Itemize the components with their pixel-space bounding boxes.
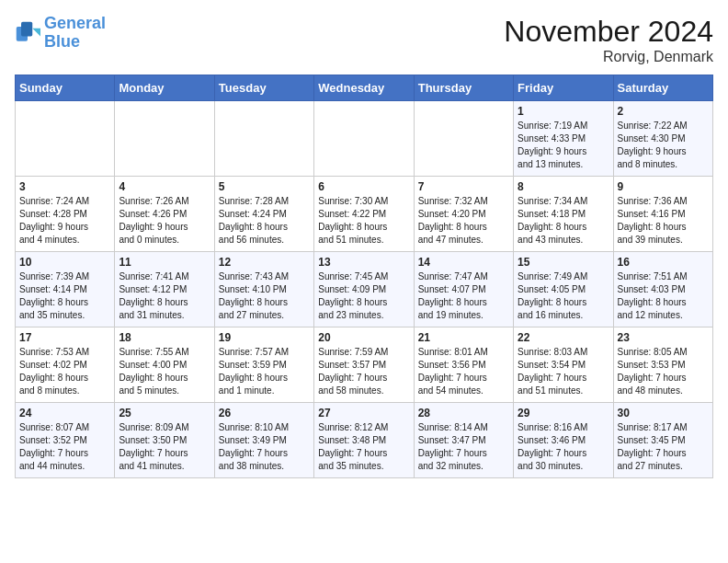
calendar-cell [115,101,214,177]
day-info: Sunrise: 8:10 AM Sunset: 3:49 PM Dayligh… [219,421,310,473]
day-info: Sunrise: 7:24 AM Sunset: 4:28 PM Dayligh… [19,195,110,247]
day-info: Sunrise: 8:16 AM Sunset: 3:46 PM Dayligh… [518,421,609,473]
calendar-week-4: 17Sunrise: 7:53 AM Sunset: 4:02 PM Dayli… [16,327,713,403]
calendar-cell: 8Sunrise: 7:34 AM Sunset: 4:18 PM Daylig… [514,177,613,252]
calendar-cell: 7Sunrise: 7:32 AM Sunset: 4:20 PM Daylig… [414,177,513,252]
day-info: Sunrise: 7:28 AM Sunset: 4:24 PM Dayligh… [219,195,310,247]
day-info: Sunrise: 7:32 AM Sunset: 4:20 PM Dayligh… [418,195,509,247]
calendar-cell: 19Sunrise: 7:57 AM Sunset: 3:59 PM Dayli… [214,327,313,403]
day-info: Sunrise: 7:22 AM Sunset: 4:30 PM Dayligh… [618,120,709,171]
weekday-header-tuesday: Tuesday [214,75,313,101]
calendar-week-3: 10Sunrise: 7:39 AM Sunset: 4:14 PM Dayli… [16,252,713,327]
calendar-cell: 14Sunrise: 7:47 AM Sunset: 4:07 PM Dayli… [414,252,513,327]
day-number: 13 [318,256,409,269]
svg-rect-1 [21,22,32,37]
weekday-header-thursday: Thursday [414,75,513,101]
day-number: 8 [518,180,609,193]
calendar-cell: 15Sunrise: 7:49 AM Sunset: 4:05 PM Dayli… [514,252,613,327]
day-number: 24 [19,407,110,419]
calendar-cell [16,101,115,177]
day-info: Sunrise: 7:41 AM Sunset: 4:12 PM Dayligh… [119,270,210,322]
day-number: 2 [618,105,709,118]
day-number: 29 [518,407,609,419]
calendar-cell: 17Sunrise: 7:53 AM Sunset: 4:02 PM Dayli… [16,327,115,403]
logo-text-line2: Blue [44,33,106,52]
calendar-week-1: 1Sunrise: 7:19 AM Sunset: 4:33 PM Daylig… [16,101,713,177]
calendar-cell: 6Sunrise: 7:30 AM Sunset: 4:22 PM Daylig… [314,177,414,252]
day-info: Sunrise: 8:12 AM Sunset: 3:48 PM Dayligh… [318,421,409,473]
calendar-cell: 22Sunrise: 8:03 AM Sunset: 3:54 PM Dayli… [514,327,613,403]
logo-text-line1: General [44,15,106,33]
day-number: 11 [119,256,210,269]
location: Rorvig, Denmark [504,49,713,65]
calendar-cell: 9Sunrise: 7:36 AM Sunset: 4:16 PM Daylig… [613,177,712,252]
month-title: November 2024 [504,15,713,49]
day-info: Sunrise: 7:49 AM Sunset: 4:05 PM Dayligh… [518,270,609,322]
day-number: 6 [318,180,409,193]
day-info: Sunrise: 7:36 AM Sunset: 4:16 PM Dayligh… [618,195,709,247]
day-info: Sunrise: 7:19 AM Sunset: 4:33 PM Dayligh… [518,120,609,171]
calendar-week-2: 3Sunrise: 7:24 AM Sunset: 4:28 PM Daylig… [16,177,713,252]
calendar-table: SundayMondayTuesdayWednesdayThursdayFrid… [15,75,713,478]
day-info: Sunrise: 7:39 AM Sunset: 4:14 PM Dayligh… [19,270,110,322]
day-number: 15 [518,256,609,269]
day-number: 20 [318,331,409,344]
day-number: 28 [418,407,509,419]
calendar-cell: 2Sunrise: 7:22 AM Sunset: 4:30 PM Daylig… [613,101,712,177]
day-info: Sunrise: 7:55 AM Sunset: 4:00 PM Dayligh… [119,346,210,397]
day-number: 10 [19,256,110,269]
weekday-header-friday: Friday [514,75,613,101]
day-number: 16 [618,256,709,269]
calendar-cell [414,101,513,177]
calendar-cell: 13Sunrise: 7:45 AM Sunset: 4:09 PM Dayli… [314,252,414,327]
day-number: 30 [618,407,709,419]
day-info: Sunrise: 8:03 AM Sunset: 3:54 PM Dayligh… [518,346,609,397]
calendar-cell: 27Sunrise: 8:12 AM Sunset: 3:48 PM Dayli… [314,403,414,478]
calendar-cell: 16Sunrise: 7:51 AM Sunset: 4:03 PM Dayli… [613,252,712,327]
day-number: 26 [219,407,310,419]
day-number: 27 [318,407,409,419]
day-info: Sunrise: 7:57 AM Sunset: 3:59 PM Dayligh… [219,346,310,397]
day-info: Sunrise: 8:05 AM Sunset: 3:53 PM Dayligh… [618,346,709,397]
logo: General Blue [15,15,106,52]
day-number: 7 [418,180,509,193]
day-info: Sunrise: 8:01 AM Sunset: 3:56 PM Dayligh… [418,346,509,397]
calendar-week-5: 24Sunrise: 8:07 AM Sunset: 3:52 PM Dayli… [16,403,713,478]
calendar-cell: 4Sunrise: 7:26 AM Sunset: 4:26 PM Daylig… [115,177,214,252]
day-info: Sunrise: 7:43 AM Sunset: 4:10 PM Dayligh… [219,270,310,322]
day-info: Sunrise: 8:07 AM Sunset: 3:52 PM Dayligh… [19,421,110,473]
calendar-cell: 23Sunrise: 8:05 AM Sunset: 3:53 PM Dayli… [613,327,712,403]
calendar-cell: 28Sunrise: 8:14 AM Sunset: 3:47 PM Dayli… [414,403,513,478]
title-block: November 2024 Rorvig, Denmark [504,15,713,65]
day-number: 3 [19,180,110,193]
day-info: Sunrise: 7:51 AM Sunset: 4:03 PM Dayligh… [618,270,709,322]
day-number: 9 [618,180,709,193]
day-number: 14 [418,256,509,269]
day-number: 21 [418,331,509,344]
day-info: Sunrise: 7:26 AM Sunset: 4:26 PM Dayligh… [119,195,210,247]
calendar-cell [314,101,414,177]
day-info: Sunrise: 8:09 AM Sunset: 3:50 PM Dayligh… [119,421,210,473]
weekday-header-monday: Monday [115,75,214,101]
day-number: 22 [518,331,609,344]
day-number: 25 [119,407,210,419]
calendar-cell: 3Sunrise: 7:24 AM Sunset: 4:28 PM Daylig… [16,177,115,252]
calendar-cell: 29Sunrise: 8:16 AM Sunset: 3:46 PM Dayli… [514,403,613,478]
weekday-header-sunday: Sunday [16,75,115,101]
calendar-cell: 11Sunrise: 7:41 AM Sunset: 4:12 PM Dayli… [115,252,214,327]
day-number: 12 [219,256,310,269]
day-number: 23 [618,331,709,344]
day-info: Sunrise: 7:59 AM Sunset: 3:57 PM Dayligh… [318,346,409,397]
day-number: 1 [518,105,609,118]
calendar-cell [214,101,313,177]
calendar-cell: 10Sunrise: 7:39 AM Sunset: 4:14 PM Dayli… [16,252,115,327]
calendar-cell: 5Sunrise: 7:28 AM Sunset: 4:24 PM Daylig… [214,177,313,252]
day-number: 19 [219,331,310,344]
calendar-cell: 1Sunrise: 7:19 AM Sunset: 4:33 PM Daylig… [514,101,613,177]
day-number: 17 [19,331,110,344]
day-info: Sunrise: 7:47 AM Sunset: 4:07 PM Dayligh… [418,270,509,322]
weekday-header-saturday: Saturday [613,75,712,101]
calendar-cell: 20Sunrise: 7:59 AM Sunset: 3:57 PM Dayli… [314,327,414,403]
day-number: 18 [119,331,210,344]
day-number: 5 [219,180,310,193]
